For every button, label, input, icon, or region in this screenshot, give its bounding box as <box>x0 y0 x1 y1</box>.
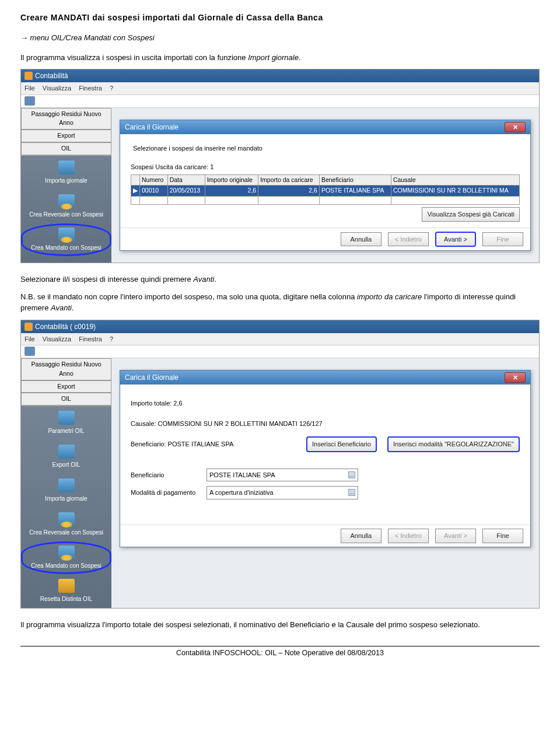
sidebar-crea-reversale[interactable]: Crea Reversale con Sospesi <box>21 190 111 223</box>
sidebar-importa-giornale[interactable]: Importa giornale <box>21 156 111 190</box>
side-export[interactable]: Export <box>21 380 111 393</box>
mid-paragraph-1: Selezionare il/i sospesi di interesse qu… <box>20 274 540 285</box>
table-row[interactable]: ▶ 00010 20/05/2013 2,6 2,6 POSTE ITALIAN… <box>131 186 520 197</box>
sidebar: Passaggio Residui Nuovo Anno Export OIL … <box>21 108 111 263</box>
side-passaggio[interactable]: Passaggio Residui Nuovo Anno <box>21 358 111 380</box>
app-icon <box>24 323 33 331</box>
app-title: Contabilità ( c0019) <box>35 321 96 332</box>
lookup-icon[interactable]: … <box>348 471 355 478</box>
reversale-icon <box>58 512 75 526</box>
causale-text: Causale: COMMISSIONI SU NR 2 BOLLETTINI … <box>131 419 520 429</box>
cancel-button[interactable]: Annulla <box>341 529 382 543</box>
parametri-icon <box>58 411 75 425</box>
col-data: Data <box>167 174 205 186</box>
back-button: < Indietro <box>388 232 429 247</box>
toolbar-button[interactable] <box>24 96 35 106</box>
outro-paragraph: Il programma visualizza l'importo totale… <box>20 619 540 631</box>
mid-paragraph-2: N.B. se il mandato non copre l'intero im… <box>20 291 540 314</box>
next-button[interactable]: Avanti > <box>435 232 476 247</box>
reset-icon <box>58 579 75 593</box>
cancel-button[interactable]: Annulla <box>341 232 382 247</box>
col-marker <box>131 174 140 186</box>
toolbar <box>21 95 539 108</box>
menu-help[interactable]: ? <box>110 85 113 92</box>
app-titlebar: Contabilità ( c0019) <box>21 320 539 333</box>
sidebar-resetta-distinta[interactable]: Resetta Distinta OIL <box>21 574 111 608</box>
menu-file[interactable]: File <box>24 85 35 92</box>
finish-button[interactable]: Fine <box>482 529 523 543</box>
sidebar-label: Export OIL <box>52 462 80 468</box>
side-export[interactable]: Export <box>21 130 111 142</box>
menu-file[interactable]: File <box>24 335 35 342</box>
menu-finestra[interactable]: Finestra <box>79 85 102 92</box>
menu-finestra[interactable]: Finestra <box>79 335 102 342</box>
lookup-icon[interactable]: … <box>348 489 355 496</box>
sidebar-label: Importa giornale <box>45 177 87 184</box>
back-button: < Indietro <box>388 529 429 543</box>
finish-button: Fine <box>482 232 523 247</box>
col-importo-caricare: Importo da caricare <box>258 174 320 186</box>
dialog-title: Carica il Giornale <box>125 122 178 132</box>
menu-visualizza[interactable]: Visualizza <box>43 85 71 92</box>
col-importo-originale: Importo originale <box>205 174 258 186</box>
export-icon <box>58 445 75 459</box>
intro-paragraph: Il programma visualizza i sospesi in usc… <box>20 52 540 64</box>
modalita-input[interactable]: A copertura d'iniziativa … <box>206 486 358 499</box>
side-oil[interactable]: OIL <box>21 393 111 406</box>
side-passaggio[interactable]: Passaggio Residui Nuovo Anno <box>21 108 111 130</box>
menu-path: → menu OIL/Crea Mandati con Sospesi <box>20 32 540 44</box>
cell-imp-car[interactable]: 2,6 <box>258 186 320 197</box>
modalita-value: A copertura d'iniziativa <box>209 488 274 498</box>
reversale-icon <box>58 194 75 208</box>
sidebar-crea-mandato[interactable]: Crea Mandato con Sospesi <box>21 541 111 574</box>
menubar: File Visualizza Finestra ? <box>21 333 539 346</box>
dialog-carica-giornale: Carica il Giornale ✕ Importo totale: 2,6… <box>120 370 531 547</box>
sidebar-export-oil[interactable]: Export OIL <box>21 440 111 474</box>
beneficiario-value: POSTE ITALIANE SPA <box>209 470 275 480</box>
sidebar-label: Crea Reversale con Sospesi <box>29 529 103 536</box>
label-modalita: Modalità di pagamento <box>131 488 206 498</box>
import-icon <box>58 160 75 174</box>
sidebar: Passaggio Residui Nuovo Anno Export OIL … <box>21 358 111 608</box>
beneficiario-text: Beneficiario: POSTE ITALIANE SPA <box>131 439 259 449</box>
cell-imp-orig: 2,6 <box>205 186 258 197</box>
col-numero: Numero <box>140 174 168 186</box>
sidebar-crea-reversale[interactable]: Crea Reversale con Sospesi <box>21 508 111 541</box>
menu-help[interactable]: ? <box>110 335 113 342</box>
count-label: Sospesi Uscita da caricare: 1 <box>131 162 520 172</box>
close-icon[interactable]: ✕ <box>505 372 526 383</box>
label-beneficiario: Beneficiario <box>131 470 206 480</box>
importo-totale: Importo totale: 2,6 <box>131 399 520 408</box>
app-title: Contabilità <box>35 71 68 81</box>
screenshot-1: Contabilità File Visualizza Finestra ? P… <box>20 69 540 263</box>
sospesi-table[interactable]: Numero Data Importo originale Importo da… <box>131 174 520 205</box>
col-causale: Causale <box>391 174 519 186</box>
close-icon[interactable]: ✕ <box>505 122 526 132</box>
dialog-instruction: Selezionare i sospesi da inserire nel ma… <box>133 144 520 153</box>
dialog-title: Carica il Giornale <box>125 372 178 383</box>
beneficiario-input[interactable]: POSTE ITALIANE SPA … <box>206 469 358 482</box>
mandato-icon <box>58 228 75 242</box>
menu-visualizza[interactable]: Visualizza <box>43 335 71 342</box>
sidebar-crea-mandato[interactable]: Crea Mandato con Sospesi <box>21 223 111 256</box>
toolbar-button[interactable] <box>24 347 35 356</box>
sidebar-label: Crea Mandato con Sospesi <box>31 562 102 569</box>
inserisci-beneficiario-button[interactable]: Inserisci Beneficiario <box>306 436 377 452</box>
sidebar-parametri-oil[interactable]: Parametri OIL <box>21 406 111 440</box>
btn-visualizza-caricati[interactable]: Visualizza Sospesi già Caricati <box>422 207 520 222</box>
sidebar-label: Crea Reversale con Sospesi <box>29 211 103 218</box>
inserisci-regolarizzazione-button[interactable]: Inserisci modalità "REGOLARIZZAZIONE" <box>387 436 520 452</box>
table-row-empty <box>131 197 520 205</box>
cell-causale: COMMISSIONI SU NR 2 BOLLETTINI MA <box>391 186 519 197</box>
cell-benef: POSTE ITALIANE SPA <box>319 186 391 197</box>
doc-title: Creare MANDATI dai sospesi importati dal… <box>20 12 540 24</box>
main-area: Carica il Giornale ✕ Importo totale: 2,6… <box>111 358 539 608</box>
toolbar <box>21 345 539 358</box>
screenshot-2: Contabilità ( c0019) File Visualizza Fin… <box>20 320 540 609</box>
next-button: Avanti > <box>435 529 476 543</box>
col-beneficiario: Beneficiario <box>319 174 391 186</box>
mandato-icon <box>58 546 75 560</box>
side-oil[interactable]: OIL <box>21 142 111 155</box>
sidebar-label: Resetta Distinta OIL <box>40 596 92 602</box>
sidebar-importa-giornale[interactable]: Importa giornale <box>21 474 111 508</box>
